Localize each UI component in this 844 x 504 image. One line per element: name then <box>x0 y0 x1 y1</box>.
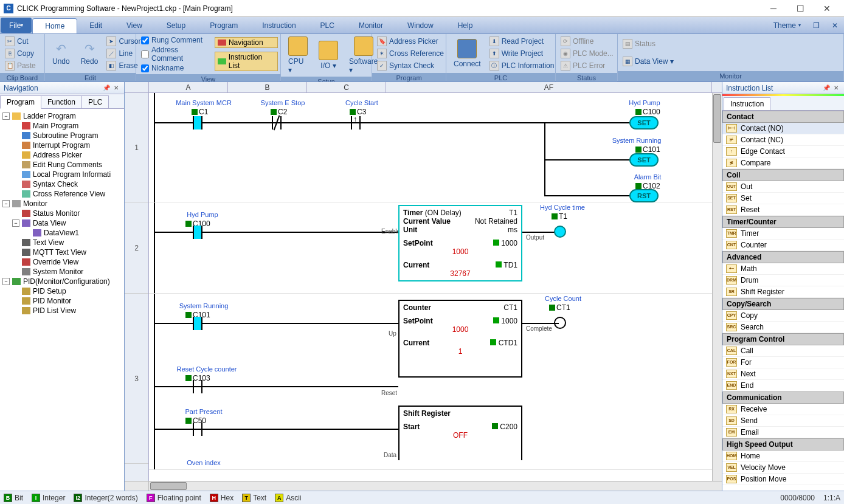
instr-receive[interactable]: RXReceive <box>722 404 844 415</box>
timer-output-coil[interactable] <box>554 226 566 238</box>
instr-close-icon[interactable]: ✕ <box>832 84 840 92</box>
rung-2[interactable]: Hyd Pump C100 Enable Timer (ON Delay)T1 … <box>149 202 712 294</box>
menu-edit[interactable]: Edit <box>77 17 114 33</box>
tree-system-monitor[interactable]: System Monitor <box>1 267 123 277</box>
instr-out[interactable]: OUTOut <box>722 181 844 193</box>
tree-syntax[interactable]: Syntax Check <box>1 179 123 189</box>
plc-error-button[interactable]: ⚠PLC Error <box>558 60 616 72</box>
set-coil[interactable]: SET <box>629 153 659 167</box>
instr-contact-no[interactable]: ⊢⊣Contact (NO) <box>722 123 844 134</box>
instr-for[interactable]: FORFor <box>722 357 844 368</box>
data-view-button[interactable]: ▦Data View ▾ <box>620 55 676 67</box>
redo-button[interactable]: ↷Redo <box>76 35 103 72</box>
ladder-canvas[interactable]: Main System MCR C1 System E Stop C2 Cycl… <box>149 93 712 481</box>
minimize-button[interactable]: ─ <box>760 0 787 17</box>
plc-info-button[interactable]: ⓘPLC Information <box>487 60 557 72</box>
menu-instruction[interactable]: Instruction <box>250 17 308 33</box>
menu-theme[interactable]: Theme ▾ <box>767 17 807 33</box>
menu-view[interactable]: View <box>114 17 154 33</box>
instr-next[interactable]: NXTNext <box>722 368 844 380</box>
cut-button[interactable]: ✂Cut <box>2 35 38 47</box>
instr-edge-contact[interactable]: ↑Edge Contact <box>722 146 844 157</box>
instr-pin-icon[interactable]: 📌 <box>822 84 831 92</box>
connect-button[interactable]: Connect <box>449 35 486 72</box>
tree-mqtt[interactable]: MQTT Text View <box>1 247 123 257</box>
mdi-close-icon[interactable]: ✕ <box>826 17 844 33</box>
nav-pin-icon[interactable]: 📌 <box>102 84 111 92</box>
tree-override[interactable]: Override View <box>1 257 123 267</box>
shift-register-block[interactable]: Shift Register Start C200 OFF <box>398 406 522 460</box>
instr-call[interactable]: CALCall <box>722 345 844 357</box>
nav-close-icon[interactable]: ✕ <box>112 84 120 92</box>
tree-pid-monitor[interactable]: PID Monitor <box>1 296 123 306</box>
tree-ladder[interactable]: −Ladder Program <box>1 111 123 121</box>
rung-3[interactable]: System Running C101 Up CounterCT1 SetPoi… <box>149 294 712 470</box>
instr-compare[interactable]: ≶Compare <box>722 157 844 169</box>
horizontal-scrollbar[interactable] <box>125 481 722 491</box>
counter-complete-coil[interactable] <box>554 317 566 329</box>
instr-math[interactable]: +−Math <box>722 263 844 275</box>
tree-crossref[interactable]: Cross Reference View <box>1 189 123 199</box>
instr-counter[interactable]: CNTCounter <box>722 240 844 251</box>
write-project-button[interactable]: ⬆Write Project <box>487 47 557 60</box>
tree-pid-list[interactable]: PID List View <box>1 306 123 316</box>
tree-interrupt[interactable]: Interrupt Program <box>1 140 123 150</box>
nav-tab-function[interactable]: Function <box>41 95 82 108</box>
menu-home[interactable]: Home <box>32 18 77 33</box>
instr-timer[interactable]: TMRTimer <box>722 228 844 240</box>
nickname-check[interactable]: Nickname <box>139 63 213 73</box>
menu-monitor[interactable]: Monitor <box>347 17 395 33</box>
instruction-list-toggle[interactable]: Instruction List <box>215 52 278 71</box>
undo-button[interactable]: ↶Undo <box>47 35 75 72</box>
status-monitor-button[interactable]: ▤Status <box>620 38 676 50</box>
tree-pid-setup[interactable]: PID Setup <box>1 286 123 296</box>
tree-addr-picker[interactable]: Address Picker <box>1 150 123 160</box>
tree-status-monitor[interactable]: Status Monitor <box>1 209 123 218</box>
instr-velocity-move[interactable]: VELVelocity Move <box>722 462 844 474</box>
menu-file[interactable]: File ▾ <box>1 18 32 33</box>
instr-tab[interactable]: Instruction <box>724 97 770 110</box>
nav-tab-program[interactable]: Program <box>0 95 41 109</box>
instr-send[interactable]: SDSend <box>722 415 844 427</box>
navigation-toggle[interactable]: Navigation <box>215 37 278 48</box>
tree-subroutine[interactable]: Subroutine Program <box>1 131 123 140</box>
instr-shift-register[interactable]: SRShift Register <box>722 286 844 298</box>
plc-mode-button[interactable]: ◉PLC Mode... <box>558 47 616 60</box>
counter-block[interactable]: CounterCT1 SetPoint 1000 1000 Current CT… <box>398 300 522 378</box>
timer-block[interactable]: Timer (ON Delay)T1 Current ValueNot Reta… <box>398 205 522 281</box>
copy-button[interactable]: ⎘Copy <box>2 47 38 60</box>
tree-main-program[interactable]: Main Program <box>1 121 123 131</box>
instr-contact-nc[interactable]: ⊬Contact (NC) <box>722 134 844 146</box>
menu-plc[interactable]: PLC <box>308 17 347 33</box>
set-coil[interactable]: SET <box>629 116 659 129</box>
instr-home[interactable]: HOMHome <box>722 450 844 462</box>
close-button[interactable]: ✕ <box>814 0 840 17</box>
address-picker-button[interactable]: 🔖Address Picker <box>375 35 446 47</box>
instr-set[interactable]: SETSet <box>722 193 844 204</box>
io-button[interactable]: I/O ▾ <box>314 35 343 75</box>
tree-dataview1[interactable]: DataView1 <box>1 228 123 238</box>
instr-email[interactable]: EMEmail <box>722 427 844 438</box>
rung-comment-check[interactable]: Rung Comment <box>139 35 213 45</box>
nav-tab-plc[interactable]: PLC <box>81 95 109 108</box>
paste-button[interactable]: 📋Paste <box>2 60 38 72</box>
instr-search[interactable]: SRCSearch <box>722 322 844 333</box>
tree-text-view[interactable]: Text View <box>1 238 123 247</box>
instr-end[interactable]: ENDEnd <box>722 380 844 392</box>
tree-edit-rung[interactable]: Edit Rung Comments <box>1 160 123 170</box>
tree-monitor[interactable]: −Monitor <box>1 199 123 209</box>
menu-program[interactable]: Program <box>198 17 250 33</box>
cpu-button[interactable]: CPU ▾ <box>283 35 313 75</box>
menu-setup[interactable]: Setup <box>154 17 198 33</box>
tree-data-view[interactable]: −Data View <box>1 218 123 228</box>
tree-local-info[interactable]: Local Program Informati <box>1 170 123 179</box>
vertical-scrollbar[interactable] <box>712 93 722 481</box>
maximize-button[interactable]: ☐ <box>787 0 814 17</box>
instr-position-move[interactable]: POSPosition Move <box>722 474 844 485</box>
cross-reference-button[interactable]: ✶Cross Reference <box>375 47 446 60</box>
offline-button[interactable]: ⟳Offline <box>558 35 616 47</box>
address-comment-check[interactable]: Address Comment <box>139 45 213 63</box>
tree-pid[interactable]: −PID(Monitor/Configuration) <box>1 277 123 286</box>
menu-window[interactable]: Window <box>395 17 446 33</box>
syntax-check-button[interactable]: ✓Syntax Check <box>375 60 446 72</box>
